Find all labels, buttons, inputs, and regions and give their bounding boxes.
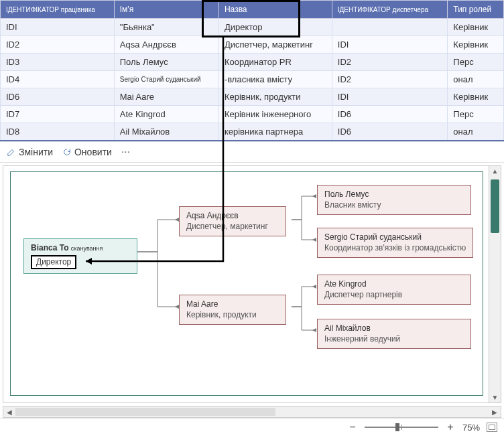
fit-to-window-button[interactable] — [487, 423, 497, 432]
table-cell-title[interactable]: керівника партнера — [218, 123, 332, 141]
org-root-title: Директор — [31, 255, 76, 270]
org-node-l2-1[interactable]: Mai Aare Керівник, продукти — [179, 295, 286, 325]
zoom-slider[interactable] — [365, 423, 438, 432]
table-cell-name[interactable]: Ate Kingrod — [114, 106, 218, 123]
org-node-l3-3[interactable]: Ail Міхайлов Інженерний ведучий — [317, 319, 471, 349]
table-cell-name[interactable]: Aqsa Андрєєв — [114, 36, 218, 54]
col-header-title[interactable]: Назва — [218, 1, 332, 19]
edit-label: Змінити — [19, 147, 53, 157]
table-cell-id[interactable]: ID8 — [1, 123, 115, 141]
table-cell-role[interactable]: Перс — [448, 106, 504, 123]
table-row[interactable]: ID2Aqsa АндрєєвДиспетчер, маркетингIDIКе… — [1, 36, 504, 54]
table-cell-name[interactable]: Mai Aare — [114, 88, 218, 106]
zoom-slider-tick — [401, 425, 402, 430]
refresh-icon — [62, 147, 72, 157]
table-row[interactable]: ID7Ate KingrodКерівник інженерногоID6Пер… — [1, 106, 504, 123]
table-cell-id[interactable]: ID2 — [1, 36, 115, 54]
org-root-suffix: сканування — [71, 245, 103, 252]
table-cell-role[interactable]: Керівник — [448, 36, 504, 54]
org-node-l2-0[interactable]: Aqsa Андрєєв Диспетчер, маркетинг — [179, 206, 286, 236]
org-l2-0-name: Aqsa Андрєєв — [186, 211, 279, 222]
data-table: ІДЕНТИФІКАТОР працівника Ім'я Назва ІДЕН… — [0, 0, 504, 141]
table-cell-role[interactable]: Керівник — [448, 19, 504, 36]
hscroll-track[interactable] — [15, 406, 489, 417]
table-cell-manager[interactable]: ID6 — [332, 123, 448, 141]
table-row[interactable]: ID4Sergio Старий суданський-власника вмі… — [1, 71, 504, 88]
zoom-value: 75% — [462, 423, 480, 433]
table-cell-role[interactable]: онал — [448, 71, 504, 88]
col-header-employee-id[interactable]: ІДЕНТИФІКАТОР працівника — [1, 1, 115, 19]
toolbar: Змінити Оновити ··· — [0, 141, 504, 163]
org-l2-0-title: Диспетчер, маркетинг — [186, 222, 279, 232]
org-l3-3-title: Інженерний ведучий — [324, 334, 464, 345]
refresh-button[interactable]: Оновити — [62, 147, 112, 157]
col-header-role-type[interactable]: Тип ролей — [448, 1, 504, 19]
table-cell-manager[interactable]: ID2 — [332, 71, 448, 88]
org-l3-1-title: Координатор зв'язків із громадськістю — [324, 243, 466, 254]
scroll-right-arrow[interactable]: ▶ — [489, 408, 501, 416]
org-node-l3-0[interactable]: Поль Лемус Власник вмісту — [317, 185, 471, 215]
status-bar: − + 75% — [0, 418, 504, 436]
org-l3-0-title: Власник вмісту — [324, 200, 464, 211]
col-header-name[interactable]: Ім'я — [114, 1, 218, 19]
table-cell-title[interactable]: Директор — [218, 19, 332, 36]
table-cell-title[interactable]: -власника вмісту — [218, 71, 332, 88]
zoom-in-button[interactable]: + — [445, 421, 456, 433]
table-cell-role[interactable]: Керівник — [448, 88, 504, 106]
table-cell-role[interactable]: Перс — [448, 54, 504, 71]
org-l3-3-name: Ail Міхайлов — [324, 323, 464, 334]
org-node-l3-1[interactable]: Sergio Старий суданський Координатор зв'… — [317, 228, 473, 258]
table-row[interactable]: IDI"Бьянка"ДиректорКерівник — [1, 19, 504, 36]
table-cell-id[interactable]: ID6 — [1, 88, 115, 106]
table-cell-id[interactable]: ID7 — [1, 106, 115, 123]
vertical-scrollbar[interactable]: ▲ ▼ — [489, 166, 501, 402]
table-cell-name[interactable]: Sergio Старий суданський — [114, 71, 218, 88]
table-cell-manager[interactable]: IDI — [332, 36, 448, 54]
table-cell-name[interactable]: "Бьянка" — [114, 19, 218, 36]
edit-button[interactable]: Змінити — [7, 147, 53, 157]
col-header-manager-id[interactable]: ІДЕНТИФІКАТОР диспетчера — [332, 1, 448, 19]
scroll-left-arrow[interactable]: ◀ — [3, 408, 15, 416]
hscroll-thumb[interactable] — [15, 408, 275, 416]
diagram-canvas[interactable]: Bianca To сканування Директор Aqsa Андрє… — [3, 165, 501, 403]
table-cell-manager[interactable]: ID2 — [332, 54, 448, 71]
table-cell-name[interactable]: Ail Міхайлов — [114, 123, 218, 141]
table-cell-title[interactable]: Координатор PR — [218, 54, 332, 71]
scroll-up-arrow[interactable]: ▲ — [489, 167, 501, 175]
table-row[interactable]: ID8Ail Міхайловкерівника партнераID6онал — [1, 123, 504, 141]
table-cell-id[interactable]: IDI — [1, 19, 115, 36]
table-cell-manager[interactable] — [332, 19, 448, 36]
org-node-l3-2[interactable]: Ate Kingrod Диспетчер партнерів — [317, 275, 471, 305]
table-cell-manager[interactable]: ID6 — [332, 106, 448, 123]
org-l2-1-name: Mai Aare — [186, 299, 279, 310]
table-cell-role[interactable]: онал — [448, 123, 504, 141]
table-row[interactable]: ID6Mai AareКерівник, продуктиIDIКерівник — [1, 88, 504, 106]
org-l3-1-name: Sergio Старий суданський — [324, 232, 466, 243]
vscroll-thumb[interactable] — [491, 179, 499, 233]
scroll-down-arrow[interactable]: ▼ — [489, 394, 501, 401]
table-cell-title[interactable]: Керівник інженерного — [218, 106, 332, 123]
org-l3-2-name: Ate Kingrod — [324, 279, 464, 290]
org-l3-0-name: Поль Лемус — [324, 190, 464, 200]
table-cell-title[interactable]: Диспетчер, маркетинг — [218, 36, 332, 54]
org-l3-2-title: Диспетчер партнерів — [324, 290, 464, 301]
org-l2-1-title: Керівник, продукти — [186, 310, 279, 321]
table-row[interactable]: ID3Поль ЛемусКоординатор PRID2Перс — [1, 54, 504, 71]
org-node-root[interactable]: Bianca To сканування Директор — [23, 238, 137, 274]
more-button[interactable]: ··· — [121, 146, 130, 158]
table-cell-name[interactable]: Поль Лемус — [114, 54, 218, 71]
table-cell-id[interactable]: ID3 — [1, 54, 115, 71]
table-cell-title[interactable]: Керівник, продукти — [218, 88, 332, 106]
table-cell-manager[interactable]: IDI — [332, 88, 448, 106]
refresh-label: Оновити — [74, 147, 112, 157]
zoom-out-button[interactable]: − — [347, 421, 358, 433]
table-cell-id[interactable]: ID4 — [1, 71, 115, 88]
pencil-icon — [7, 147, 16, 157]
horizontal-scrollbar[interactable]: ◀ ▶ — [3, 406, 501, 418]
zoom-slider-handle[interactable] — [395, 423, 399, 431]
org-root-name: Bianca To — [31, 243, 68, 252]
